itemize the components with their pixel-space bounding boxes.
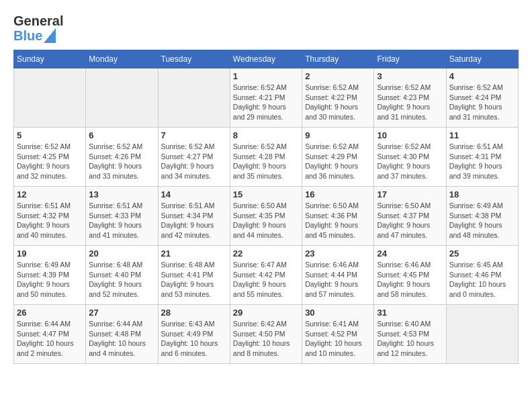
day-number: 13 — [89, 189, 154, 199]
day-number: 17 — [377, 189, 443, 199]
day-number: 28 — [161, 308, 227, 318]
header-monday: Monday — [86, 50, 158, 68]
calendar-cell: 14Sunrise: 6:51 AM Sunset: 4:34 PM Dayli… — [158, 187, 230, 246]
header-tuesday: Tuesday — [158, 50, 230, 68]
calendar-cell: 11Sunrise: 6:51 AM Sunset: 4:31 PM Dayli… — [446, 128, 518, 187]
calendar-cell: 13Sunrise: 6:51 AM Sunset: 4:33 PM Dayli… — [86, 187, 158, 246]
calendar-cell: 25Sunrise: 6:45 AM Sunset: 4:46 PM Dayli… — [446, 246, 518, 305]
day-info: Sunrise: 6:52 AM Sunset: 4:25 PM Dayligh… — [17, 142, 83, 181]
calendar-cell — [86, 68, 158, 128]
calendar-cell: 21Sunrise: 6:48 AM Sunset: 4:41 PM Dayli… — [158, 246, 230, 305]
header-friday: Friday — [374, 50, 446, 68]
page-header: General Blue — [13, 13, 519, 43]
day-number: 10 — [377, 130, 443, 140]
day-info: Sunrise: 6:44 AM Sunset: 4:47 PM Dayligh… — [17, 319, 83, 359]
day-info: Sunrise: 6:51 AM Sunset: 4:34 PM Dayligh… — [161, 201, 227, 240]
calendar-table: SundayMondayTuesdayWednesdayThursdayFrid… — [13, 50, 519, 364]
day-number: 26 — [17, 308, 83, 318]
header-sunday: Sunday — [14, 50, 86, 68]
calendar-cell: 29Sunrise: 6:42 AM Sunset: 4:50 PM Dayli… — [230, 305, 302, 364]
day-info: Sunrise: 6:52 AM Sunset: 4:30 PM Dayligh… — [377, 142, 443, 181]
calendar-cell: 15Sunrise: 6:50 AM Sunset: 4:35 PM Dayli… — [230, 187, 302, 246]
day-number: 30 — [305, 308, 371, 318]
day-number: 4 — [449, 71, 515, 81]
week-row-3: 12Sunrise: 6:51 AM Sunset: 4:32 PM Dayli… — [14, 187, 519, 246]
day-number: 27 — [89, 308, 154, 318]
calendar-cell: 17Sunrise: 6:50 AM Sunset: 4:37 PM Dayli… — [374, 187, 446, 246]
calendar-header-row: SundayMondayTuesdayWednesdayThursdayFrid… — [14, 50, 519, 68]
calendar-cell: 1Sunrise: 6:52 AM Sunset: 4:21 PM Daylig… — [230, 68, 302, 128]
day-info: Sunrise: 6:52 AM Sunset: 4:24 PM Dayligh… — [449, 83, 515, 122]
calendar-cell: 7Sunrise: 6:52 AM Sunset: 4:27 PM Daylig… — [158, 128, 230, 187]
day-number: 29 — [233, 308, 299, 318]
week-row-5: 26Sunrise: 6:44 AM Sunset: 4:47 PM Dayli… — [14, 305, 519, 364]
logo-blue: Blue — [13, 28, 42, 43]
day-info: Sunrise: 6:41 AM Sunset: 4:52 PM Dayligh… — [305, 319, 371, 359]
day-number: 6 — [89, 130, 154, 140]
day-number: 15 — [233, 189, 299, 199]
day-number: 23 — [305, 248, 371, 259]
calendar-cell: 10Sunrise: 6:52 AM Sunset: 4:30 PM Dayli… — [374, 128, 446, 187]
day-info: Sunrise: 6:47 AM Sunset: 4:42 PM Dayligh… — [233, 260, 299, 300]
calendar-cell: 23Sunrise: 6:46 AM Sunset: 4:44 PM Dayli… — [302, 246, 374, 305]
week-row-2: 5Sunrise: 6:52 AM Sunset: 4:25 PM Daylig… — [14, 128, 519, 187]
day-info: Sunrise: 6:50 AM Sunset: 4:35 PM Dayligh… — [233, 201, 299, 240]
day-info: Sunrise: 6:52 AM Sunset: 4:27 PM Dayligh… — [161, 142, 227, 181]
calendar-cell: 22Sunrise: 6:47 AM Sunset: 4:42 PM Dayli… — [230, 246, 302, 305]
day-info: Sunrise: 6:52 AM Sunset: 4:22 PM Dayligh… — [305, 83, 371, 122]
calendar-cell: 19Sunrise: 6:49 AM Sunset: 4:39 PM Dayli… — [14, 246, 86, 305]
day-info: Sunrise: 6:42 AM Sunset: 4:50 PM Dayligh… — [233, 319, 299, 359]
header-thursday: Thursday — [302, 50, 374, 68]
svg-marker-0 — [44, 28, 56, 43]
day-number: 9 — [305, 130, 371, 140]
calendar-cell: 16Sunrise: 6:50 AM Sunset: 4:36 PM Dayli… — [302, 187, 374, 246]
week-row-4: 19Sunrise: 6:49 AM Sunset: 4:39 PM Dayli… — [14, 246, 519, 305]
calendar-cell: 31Sunrise: 6:40 AM Sunset: 4:53 PM Dayli… — [374, 305, 446, 364]
day-info: Sunrise: 6:52 AM Sunset: 4:23 PM Dayligh… — [377, 83, 443, 122]
calendar-cell: 24Sunrise: 6:46 AM Sunset: 4:45 PM Dayli… — [374, 246, 446, 305]
day-number: 19 — [17, 248, 83, 259]
header-wednesday: Wednesday — [230, 50, 302, 68]
day-info: Sunrise: 6:40 AM Sunset: 4:53 PM Dayligh… — [377, 319, 443, 359]
calendar-cell: 18Sunrise: 6:49 AM Sunset: 4:38 PM Dayli… — [446, 187, 518, 246]
day-info: Sunrise: 6:48 AM Sunset: 4:40 PM Dayligh… — [89, 260, 154, 300]
logo: General Blue — [13, 13, 63, 43]
day-number: 25 — [449, 248, 515, 259]
day-number: 14 — [161, 189, 227, 199]
day-info: Sunrise: 6:44 AM Sunset: 4:48 PM Dayligh… — [89, 319, 154, 359]
day-number: 12 — [17, 189, 83, 199]
day-info: Sunrise: 6:52 AM Sunset: 4:26 PM Dayligh… — [89, 142, 154, 181]
day-number: 18 — [449, 189, 515, 199]
day-info: Sunrise: 6:52 AM Sunset: 4:28 PM Dayligh… — [233, 142, 299, 181]
day-info: Sunrise: 6:43 AM Sunset: 4:49 PM Dayligh… — [161, 319, 227, 359]
day-info: Sunrise: 6:45 AM Sunset: 4:46 PM Dayligh… — [449, 260, 515, 300]
calendar-cell: 4Sunrise: 6:52 AM Sunset: 4:24 PM Daylig… — [446, 68, 518, 128]
logo-general: General — [13, 13, 63, 28]
calendar-cell: 6Sunrise: 6:52 AM Sunset: 4:26 PM Daylig… — [86, 128, 158, 187]
day-number: 22 — [233, 248, 299, 259]
day-info: Sunrise: 6:50 AM Sunset: 4:37 PM Dayligh… — [377, 201, 443, 240]
calendar-cell: 28Sunrise: 6:43 AM Sunset: 4:49 PM Dayli… — [158, 305, 230, 364]
day-info: Sunrise: 6:52 AM Sunset: 4:21 PM Dayligh… — [233, 83, 299, 122]
calendar-cell — [14, 68, 86, 128]
header-saturday: Saturday — [446, 50, 518, 68]
day-info: Sunrise: 6:52 AM Sunset: 4:29 PM Dayligh… — [305, 142, 371, 181]
calendar-cell: 12Sunrise: 6:51 AM Sunset: 4:32 PM Dayli… — [14, 187, 86, 246]
calendar-cell: 26Sunrise: 6:44 AM Sunset: 4:47 PM Dayli… — [14, 305, 86, 364]
day-info: Sunrise: 6:49 AM Sunset: 4:38 PM Dayligh… — [449, 201, 515, 240]
day-info: Sunrise: 6:51 AM Sunset: 4:32 PM Dayligh… — [17, 201, 83, 240]
day-number: 7 — [161, 130, 227, 140]
day-info: Sunrise: 6:48 AM Sunset: 4:41 PM Dayligh… — [161, 260, 227, 300]
day-info: Sunrise: 6:51 AM Sunset: 4:31 PM Dayligh… — [449, 142, 515, 181]
calendar-cell: 27Sunrise: 6:44 AM Sunset: 4:48 PM Dayli… — [86, 305, 158, 364]
day-number: 5 — [17, 130, 83, 140]
day-info: Sunrise: 6:51 AM Sunset: 4:33 PM Dayligh… — [89, 201, 154, 240]
day-info: Sunrise: 6:46 AM Sunset: 4:44 PM Dayligh… — [305, 260, 371, 300]
day-number: 20 — [89, 248, 154, 259]
day-info: Sunrise: 6:50 AM Sunset: 4:36 PM Dayligh… — [305, 201, 371, 240]
day-number: 16 — [305, 189, 371, 199]
day-number: 21 — [161, 248, 227, 259]
day-number: 8 — [233, 130, 299, 140]
logo-icon — [44, 28, 56, 43]
calendar-cell: 2Sunrise: 6:52 AM Sunset: 4:22 PM Daylig… — [302, 68, 374, 128]
